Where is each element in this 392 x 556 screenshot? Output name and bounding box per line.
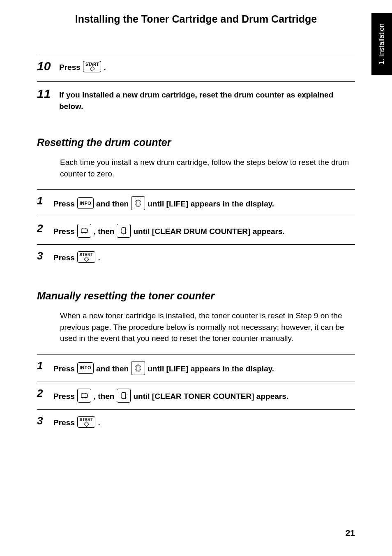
text: Press — [53, 198, 75, 210]
step-body: Press , then until [CLEAR TONER COUNTER]… — [53, 388, 355, 403]
text: and then — [96, 363, 129, 375]
page-title: Installing the Toner Cartridge and Drum … — [37, 13, 355, 25]
text: and then — [96, 198, 129, 210]
nav-updown-key-icon — [131, 361, 145, 375]
svg-rect-0 — [136, 200, 140, 206]
toner-step-2: 2 Press , then until [CLEAR TONER COUNTE… — [37, 382, 355, 409]
svg-rect-4 — [81, 394, 87, 397]
text: Press — [53, 252, 75, 264]
text: until [CLEAR TONER COUNTER] appears. — [133, 391, 288, 402]
nav-updown-key-icon — [117, 224, 131, 238]
step-number: 3 — [37, 250, 48, 261]
text: Press — [59, 62, 81, 73]
step-body: If you installed a new drum cartridge, r… — [59, 88, 355, 112]
step-body: Press , then until [CLEAR DRUM COUNTER] … — [53, 223, 355, 239]
svg-rect-3 — [136, 365, 140, 371]
nav-updown-key-icon — [117, 389, 131, 403]
subheading-reset-drum: Resetting the drum counter — [37, 137, 355, 148]
text: . — [98, 417, 100, 429]
svg-rect-1 — [81, 229, 87, 233]
step-number: 1 — [37, 195, 48, 206]
svg-rect-2 — [122, 228, 126, 234]
step-number: 10 — [37, 60, 53, 72]
text: , then — [94, 391, 115, 402]
text: Press — [53, 226, 75, 237]
page-number: 21 — [346, 528, 355, 538]
step-number: 2 — [37, 388, 48, 398]
step-body: Press START . — [53, 415, 355, 429]
side-tab: 1. Installation — [371, 13, 392, 75]
svg-rect-5 — [122, 392, 126, 398]
start-key-icon: START — [77, 416, 96, 428]
drum-step-1: 1 Press INFO and then until [LIFE] appea… — [37, 189, 355, 217]
text: Press — [53, 363, 75, 375]
step-number: 11 — [37, 88, 53, 100]
subheading-reset-toner: Manually resetting the toner counter — [37, 290, 355, 302]
step-body: Press START . — [59, 60, 355, 73]
step-11: 11 If you installed a new drum cartridge… — [37, 81, 355, 116]
info-key-icon: INFO — [77, 362, 94, 374]
start-key-icon: START — [77, 251, 96, 263]
intro-text: Each time you install a new drum cartrid… — [60, 157, 355, 179]
step-number: 3 — [37, 415, 48, 426]
text: Press — [53, 391, 75, 402]
text: , then — [94, 226, 115, 237]
nav-updown-key-icon — [131, 196, 145, 210]
start-key-icon: START — [83, 61, 101, 72]
drum-step-3: 3 Press START . — [37, 244, 355, 269]
side-tab-label: 1. Installation — [378, 23, 386, 65]
nav-right-key-icon — [77, 224, 91, 238]
text: until [CLEAR DRUM COUNTER] appears. — [133, 226, 284, 237]
step-10: 10 Press START . — [37, 54, 355, 79]
text: . — [104, 62, 106, 73]
step-body: Press INFO and then until [LIFE] appears… — [53, 360, 355, 376]
info-key-icon: INFO — [77, 197, 94, 209]
toner-step-1: 1 Press INFO and then until [LIFE] appea… — [37, 354, 355, 382]
text: Press — [53, 417, 75, 429]
text: . — [98, 252, 100, 264]
text: until [LIFE] appears in the display. — [148, 198, 274, 210]
diamond-icon — [84, 422, 89, 427]
step-number: 2 — [37, 223, 48, 234]
diamond-icon — [84, 257, 89, 262]
step-body: Press START . — [53, 250, 355, 264]
text: until [LIFE] appears in the display. — [148, 363, 274, 375]
intro-text: When a new toner cartridge is installed,… — [60, 310, 355, 344]
drum-step-2: 2 Press , then until [CLEAR DRUM COUNTER… — [37, 217, 355, 244]
diamond-icon — [90, 66, 95, 72]
step-body: Press INFO and then until [LIFE] appears… — [53, 195, 355, 211]
step-number: 1 — [37, 360, 48, 371]
nav-right-key-icon — [77, 389, 91, 403]
toner-step-3: 3 Press START . — [37, 409, 355, 434]
